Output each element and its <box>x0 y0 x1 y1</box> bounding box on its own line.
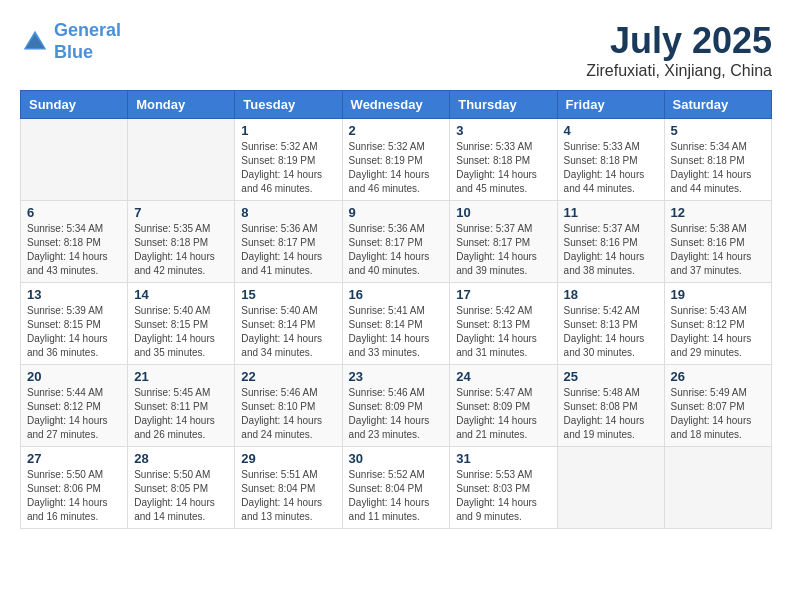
day-content: Sunrise: 5:32 AM Sunset: 8:19 PM Dayligh… <box>349 140 444 196</box>
day-number: 6 <box>27 205 121 220</box>
calendar-cell <box>128 119 235 201</box>
day-number: 9 <box>349 205 444 220</box>
calendar-cell: 10Sunrise: 5:37 AM Sunset: 8:17 PM Dayli… <box>450 201 557 283</box>
day-number: 26 <box>671 369 765 384</box>
day-number: 23 <box>349 369 444 384</box>
day-number: 20 <box>27 369 121 384</box>
day-number: 29 <box>241 451 335 466</box>
day-content: Sunrise: 5:41 AM Sunset: 8:14 PM Dayligh… <box>349 304 444 360</box>
day-number: 27 <box>27 451 121 466</box>
day-content: Sunrise: 5:40 AM Sunset: 8:14 PM Dayligh… <box>241 304 335 360</box>
day-number: 8 <box>241 205 335 220</box>
day-number: 4 <box>564 123 658 138</box>
calendar-header-row: SundayMondayTuesdayWednesdayThursdayFrid… <box>21 91 772 119</box>
calendar-cell: 7Sunrise: 5:35 AM Sunset: 8:18 PM Daylig… <box>128 201 235 283</box>
calendar-cell: 26Sunrise: 5:49 AM Sunset: 8:07 PM Dayli… <box>664 365 771 447</box>
day-number: 16 <box>349 287 444 302</box>
day-header-monday: Monday <box>128 91 235 119</box>
day-number: 3 <box>456 123 550 138</box>
day-number: 13 <box>27 287 121 302</box>
calendar-cell: 4Sunrise: 5:33 AM Sunset: 8:18 PM Daylig… <box>557 119 664 201</box>
logo-text: General Blue <box>54 20 121 63</box>
calendar-cell: 13Sunrise: 5:39 AM Sunset: 8:15 PM Dayli… <box>21 283 128 365</box>
day-number: 17 <box>456 287 550 302</box>
calendar-cell: 15Sunrise: 5:40 AM Sunset: 8:14 PM Dayli… <box>235 283 342 365</box>
calendar-cell: 1Sunrise: 5:32 AM Sunset: 8:19 PM Daylig… <box>235 119 342 201</box>
calendar-week-row: 1Sunrise: 5:32 AM Sunset: 8:19 PM Daylig… <box>21 119 772 201</box>
day-content: Sunrise: 5:46 AM Sunset: 8:10 PM Dayligh… <box>241 386 335 442</box>
page-header: General Blue July 2025 Zirefuxiati, Xinj… <box>20 20 772 80</box>
day-content: Sunrise: 5:48 AM Sunset: 8:08 PM Dayligh… <box>564 386 658 442</box>
day-number: 2 <box>349 123 444 138</box>
day-content: Sunrise: 5:42 AM Sunset: 8:13 PM Dayligh… <box>564 304 658 360</box>
month-title: July 2025 <box>586 20 772 62</box>
calendar-cell: 9Sunrise: 5:36 AM Sunset: 8:17 PM Daylig… <box>342 201 450 283</box>
day-number: 18 <box>564 287 658 302</box>
logo-icon <box>20 27 50 57</box>
calendar-cell <box>664 447 771 529</box>
calendar-cell: 30Sunrise: 5:52 AM Sunset: 8:04 PM Dayli… <box>342 447 450 529</box>
day-content: Sunrise: 5:47 AM Sunset: 8:09 PM Dayligh… <box>456 386 550 442</box>
day-content: Sunrise: 5:36 AM Sunset: 8:17 PM Dayligh… <box>349 222 444 278</box>
calendar-cell: 28Sunrise: 5:50 AM Sunset: 8:05 PM Dayli… <box>128 447 235 529</box>
day-number: 30 <box>349 451 444 466</box>
day-content: Sunrise: 5:45 AM Sunset: 8:11 PM Dayligh… <box>134 386 228 442</box>
day-content: Sunrise: 5:38 AM Sunset: 8:16 PM Dayligh… <box>671 222 765 278</box>
day-header-thursday: Thursday <box>450 91 557 119</box>
day-number: 7 <box>134 205 228 220</box>
calendar-cell: 29Sunrise: 5:51 AM Sunset: 8:04 PM Dayli… <box>235 447 342 529</box>
calendar-cell: 12Sunrise: 5:38 AM Sunset: 8:16 PM Dayli… <box>664 201 771 283</box>
day-content: Sunrise: 5:34 AM Sunset: 8:18 PM Dayligh… <box>27 222 121 278</box>
day-content: Sunrise: 5:46 AM Sunset: 8:09 PM Dayligh… <box>349 386 444 442</box>
calendar-cell: 19Sunrise: 5:43 AM Sunset: 8:12 PM Dayli… <box>664 283 771 365</box>
day-number: 24 <box>456 369 550 384</box>
day-content: Sunrise: 5:51 AM Sunset: 8:04 PM Dayligh… <box>241 468 335 524</box>
calendar-cell: 24Sunrise: 5:47 AM Sunset: 8:09 PM Dayli… <box>450 365 557 447</box>
day-content: Sunrise: 5:34 AM Sunset: 8:18 PM Dayligh… <box>671 140 765 196</box>
day-number: 5 <box>671 123 765 138</box>
day-content: Sunrise: 5:36 AM Sunset: 8:17 PM Dayligh… <box>241 222 335 278</box>
day-content: Sunrise: 5:35 AM Sunset: 8:18 PM Dayligh… <box>134 222 228 278</box>
calendar-table: SundayMondayTuesdayWednesdayThursdayFrid… <box>20 90 772 529</box>
calendar-cell: 2Sunrise: 5:32 AM Sunset: 8:19 PM Daylig… <box>342 119 450 201</box>
day-content: Sunrise: 5:52 AM Sunset: 8:04 PM Dayligh… <box>349 468 444 524</box>
calendar-week-row: 20Sunrise: 5:44 AM Sunset: 8:12 PM Dayli… <box>21 365 772 447</box>
day-content: Sunrise: 5:37 AM Sunset: 8:17 PM Dayligh… <box>456 222 550 278</box>
day-content: Sunrise: 5:40 AM Sunset: 8:15 PM Dayligh… <box>134 304 228 360</box>
calendar-cell <box>21 119 128 201</box>
day-header-wednesday: Wednesday <box>342 91 450 119</box>
day-header-saturday: Saturday <box>664 91 771 119</box>
calendar-cell: 11Sunrise: 5:37 AM Sunset: 8:16 PM Dayli… <box>557 201 664 283</box>
day-number: 28 <box>134 451 228 466</box>
calendar-cell: 5Sunrise: 5:34 AM Sunset: 8:18 PM Daylig… <box>664 119 771 201</box>
logo: General Blue <box>20 20 121 63</box>
calendar-week-row: 27Sunrise: 5:50 AM Sunset: 8:06 PM Dayli… <box>21 447 772 529</box>
calendar-cell: 27Sunrise: 5:50 AM Sunset: 8:06 PM Dayli… <box>21 447 128 529</box>
day-content: Sunrise: 5:50 AM Sunset: 8:05 PM Dayligh… <box>134 468 228 524</box>
day-content: Sunrise: 5:37 AM Sunset: 8:16 PM Dayligh… <box>564 222 658 278</box>
day-content: Sunrise: 5:42 AM Sunset: 8:13 PM Dayligh… <box>456 304 550 360</box>
calendar-cell: 25Sunrise: 5:48 AM Sunset: 8:08 PM Dayli… <box>557 365 664 447</box>
title-block: July 2025 Zirefuxiati, Xinjiang, China <box>586 20 772 80</box>
day-content: Sunrise: 5:53 AM Sunset: 8:03 PM Dayligh… <box>456 468 550 524</box>
calendar-cell: 23Sunrise: 5:46 AM Sunset: 8:09 PM Dayli… <box>342 365 450 447</box>
day-number: 10 <box>456 205 550 220</box>
day-number: 19 <box>671 287 765 302</box>
calendar-cell: 31Sunrise: 5:53 AM Sunset: 8:03 PM Dayli… <box>450 447 557 529</box>
day-content: Sunrise: 5:49 AM Sunset: 8:07 PM Dayligh… <box>671 386 765 442</box>
day-number: 22 <box>241 369 335 384</box>
calendar-cell: 17Sunrise: 5:42 AM Sunset: 8:13 PM Dayli… <box>450 283 557 365</box>
calendar-cell <box>557 447 664 529</box>
calendar-cell: 3Sunrise: 5:33 AM Sunset: 8:18 PM Daylig… <box>450 119 557 201</box>
day-header-tuesday: Tuesday <box>235 91 342 119</box>
day-content: Sunrise: 5:50 AM Sunset: 8:06 PM Dayligh… <box>27 468 121 524</box>
calendar-cell: 22Sunrise: 5:46 AM Sunset: 8:10 PM Dayli… <box>235 365 342 447</box>
calendar-week-row: 6Sunrise: 5:34 AM Sunset: 8:18 PM Daylig… <box>21 201 772 283</box>
day-content: Sunrise: 5:39 AM Sunset: 8:15 PM Dayligh… <box>27 304 121 360</box>
day-number: 12 <box>671 205 765 220</box>
calendar-week-row: 13Sunrise: 5:39 AM Sunset: 8:15 PM Dayli… <box>21 283 772 365</box>
calendar-cell: 8Sunrise: 5:36 AM Sunset: 8:17 PM Daylig… <box>235 201 342 283</box>
day-number: 15 <box>241 287 335 302</box>
day-number: 1 <box>241 123 335 138</box>
day-number: 31 <box>456 451 550 466</box>
